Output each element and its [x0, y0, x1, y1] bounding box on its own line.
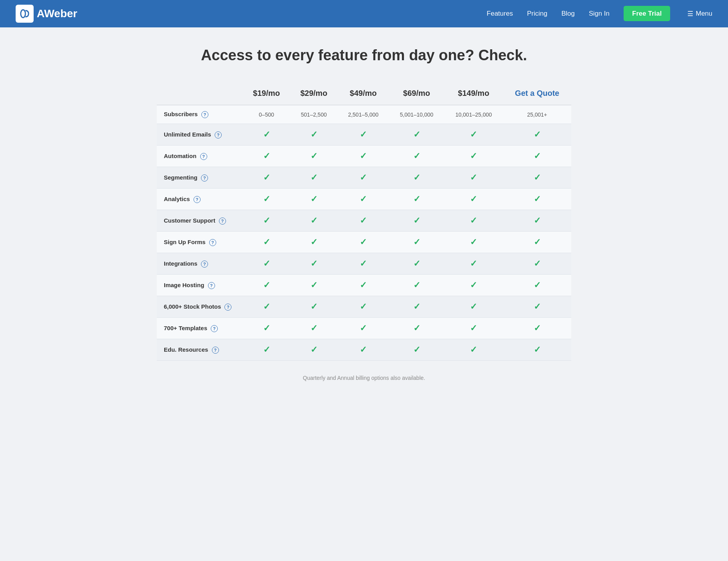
subscribers-value-1: 501–2,500 — [290, 105, 337, 124]
hamburger-icon: ☰ — [687, 10, 693, 18]
col-header-plan3: $49/mo — [337, 83, 389, 105]
check-cell: ✓ — [243, 210, 290, 232]
check-icon: ✓ — [310, 194, 317, 204]
nav-sign-in[interactable]: Sign In — [589, 10, 610, 17]
check-icon: ✓ — [263, 280, 270, 290]
tooltip-icon[interactable]: ? — [201, 261, 208, 268]
feature-label-4: Customer Support ? — [157, 210, 243, 232]
check-cell: ✓ — [243, 124, 290, 146]
menu-button[interactable]: ☰ Menu — [687, 10, 712, 18]
check-cell: ✓ — [503, 296, 571, 318]
table-row: Unlimited Emails ?✓✓✓✓✓✓ — [157, 124, 571, 146]
table-row: 6,000+ Stock Photos ?✓✓✓✓✓✓ — [157, 296, 571, 318]
table-row: Edu. Resources ?✓✓✓✓✓✓ — [157, 339, 571, 361]
table-row: Integrations ?✓✓✓✓✓✓ — [157, 253, 571, 275]
check-icon: ✓ — [470, 345, 477, 354]
tooltip-icon[interactable]: ? — [201, 174, 208, 182]
table-row: Analytics ?✓✓✓✓✓✓ — [157, 189, 571, 210]
check-icon: ✓ — [413, 194, 420, 204]
tooltip-icon[interactable]: ? — [209, 239, 216, 246]
subscribers-value-5: 25,001+ — [503, 105, 571, 124]
check-cell: ✓ — [389, 146, 444, 167]
check-icon: ✓ — [263, 302, 270, 311]
nav-features[interactable]: Features — [487, 10, 513, 17]
check-cell: ✓ — [243, 167, 290, 189]
check-icon: ✓ — [263, 259, 270, 268]
tooltip-icon[interactable]: ? — [211, 325, 218, 332]
check-icon: ✓ — [310, 173, 317, 182]
check-icon: ✓ — [534, 259, 541, 268]
check-icon: ✓ — [360, 302, 367, 311]
check-icon: ✓ — [413, 302, 420, 311]
feature-label-2: Segmenting ? — [157, 167, 243, 189]
logo-link[interactable]: AWeber — [16, 5, 487, 23]
logo-text: AWeber — [37, 7, 77, 20]
check-cell: ✓ — [503, 318, 571, 339]
check-cell: ✓ — [337, 124, 389, 146]
check-icon: ✓ — [310, 129, 317, 139]
tooltip-icon[interactable]: ? — [194, 196, 201, 203]
menu-label: Menu — [696, 10, 712, 18]
check-icon: ✓ — [263, 151, 270, 161]
check-icon: ✓ — [413, 216, 420, 225]
check-icon: ✓ — [413, 345, 420, 354]
check-icon: ✓ — [470, 216, 477, 225]
check-icon: ✓ — [470, 302, 477, 311]
check-cell: ✓ — [337, 146, 389, 167]
check-icon: ✓ — [360, 323, 367, 333]
feature-label-8: 6,000+ Stock Photos ? — [157, 296, 243, 318]
subscribers-value-0: 0–500 — [243, 105, 290, 124]
check-icon: ✓ — [360, 129, 367, 139]
check-cell: ✓ — [444, 339, 503, 361]
table-row: Automation ?✓✓✓✓✓✓ — [157, 146, 571, 167]
check-cell: ✓ — [503, 146, 571, 167]
tooltip-icon[interactable]: ? — [219, 218, 226, 225]
check-cell: ✓ — [337, 318, 389, 339]
tooltip-icon[interactable]: ? — [208, 282, 215, 289]
main-content: Access to every feature from day one? Ch… — [149, 27, 579, 405]
col-header-plan2: $29/mo — [290, 83, 337, 105]
check-icon: ✓ — [263, 173, 270, 182]
check-icon: ✓ — [534, 151, 541, 161]
free-trial-button[interactable]: Free Trial — [624, 6, 671, 21]
check-icon: ✓ — [310, 237, 317, 247]
check-cell: ✓ — [503, 339, 571, 361]
subscribers-row: Subscribers ?0–500501–2,5002,501–5,0005,… — [157, 105, 571, 124]
check-icon: ✓ — [470, 194, 477, 204]
check-icon: ✓ — [360, 216, 367, 225]
col-header-get-quote[interactable]: Get a Quote — [503, 83, 571, 105]
tooltip-icon[interactable]: ? — [201, 111, 208, 118]
check-icon: ✓ — [470, 151, 477, 161]
feature-label-5: Sign Up Forms ? — [157, 232, 243, 253]
check-icon: ✓ — [534, 194, 541, 204]
feature-label-0: Unlimited Emails ? — [157, 124, 243, 146]
col-header-plan1: $19/mo — [243, 83, 290, 105]
nav-blog[interactable]: Blog — [561, 10, 575, 17]
check-cell: ✓ — [243, 318, 290, 339]
check-icon: ✓ — [470, 129, 477, 139]
check-icon: ✓ — [534, 280, 541, 290]
check-cell: ✓ — [444, 146, 503, 167]
check-icon: ✓ — [470, 280, 477, 290]
tooltip-icon[interactable]: ? — [200, 153, 207, 160]
check-cell: ✓ — [337, 275, 389, 296]
check-icon: ✓ — [263, 237, 270, 247]
check-cell: ✓ — [290, 167, 337, 189]
tooltip-icon[interactable]: ? — [224, 304, 231, 311]
check-cell: ✓ — [389, 167, 444, 189]
tooltip-icon[interactable]: ? — [215, 131, 222, 138]
check-cell: ✓ — [243, 296, 290, 318]
subscribers-value-2: 2,501–5,000 — [337, 105, 389, 124]
check-cell: ✓ — [503, 275, 571, 296]
check-icon: ✓ — [310, 259, 317, 268]
table-row: Image Hosting ?✓✓✓✓✓✓ — [157, 275, 571, 296]
check-cell: ✓ — [503, 124, 571, 146]
check-icon: ✓ — [263, 323, 270, 333]
check-icon: ✓ — [310, 302, 317, 311]
feature-label-6: Integrations ? — [157, 253, 243, 275]
nav-pricing[interactable]: Pricing — [527, 10, 547, 17]
tooltip-icon[interactable]: ? — [212, 347, 219, 354]
table-row: Segmenting ?✓✓✓✓✓✓ — [157, 167, 571, 189]
check-cell: ✓ — [444, 253, 503, 275]
navigation: AWeber Features Pricing Blog Sign In Fre… — [0, 0, 728, 27]
